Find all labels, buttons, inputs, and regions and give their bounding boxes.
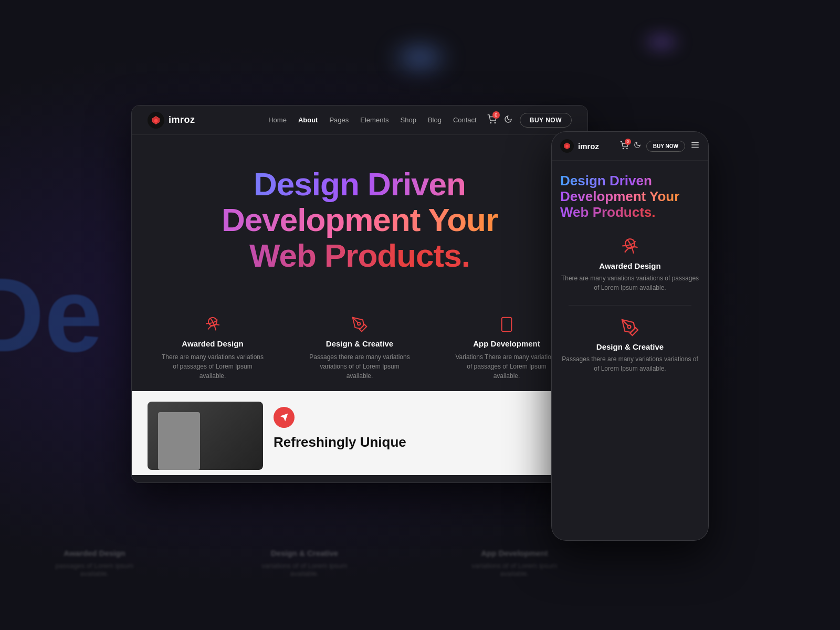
nav-pages[interactable]: Pages	[329, 116, 349, 124]
mobile-feature-1-title: Awarded Design	[560, 261, 700, 270]
desktop-nav-actions: 0 BUY NOW	[487, 113, 572, 128]
mobile-hero-line1: Design Driven	[560, 173, 700, 189]
mobile-pen-tool-icon	[560, 318, 700, 337]
mobile-hamburger-icon[interactable]	[690, 140, 700, 152]
mobile-buy-now-button[interactable]: BUY NOW	[646, 141, 685, 152]
desktop-hero-line3: Web Products.	[148, 238, 572, 274]
desktop-feature-2-desc: Passages there are many variations varia…	[307, 352, 412, 381]
desktop-feature-3-title: App Development	[454, 339, 559, 348]
person-silhouette	[158, 412, 200, 470]
mobile-theme-toggle[interactable]	[634, 141, 641, 151]
desktop-hero-line2: Development Your	[148, 202, 572, 238]
desktop-cta-title: Refreshingly Unique	[274, 434, 406, 450]
scene-container: imroz Home About Pages Elements Shop Blo…	[131, 79, 709, 551]
desktop-feature-3: App Development Variations There are man…	[454, 316, 559, 381]
desktop-bottom-cta: Refreshingly Unique	[274, 402, 406, 456]
desktop-buy-now-button[interactable]: BUY NOW	[520, 113, 572, 128]
smartphone-icon	[454, 316, 559, 333]
desktop-features-row: Awarded Design There are many variations…	[132, 300, 587, 391]
mobile-hero-line3: Web Products.	[560, 205, 700, 220]
desktop-bottom-section: Refreshingly Unique	[132, 391, 587, 475]
svg-point-0	[490, 122, 491, 123]
desktop-feature-2-title: Design & Creative	[307, 339, 412, 348]
mobile-hero-title: Design Driven Development Your Web Produ…	[560, 173, 700, 220]
mobile-mockup: imroz 0 BUY NOW	[551, 131, 709, 541]
mobile-header: imroz 0 BUY NOW	[552, 132, 708, 161]
desktop-nav: Home About Pages Elements Shop Blog Cont…	[268, 116, 477, 124]
desktop-feature-2: Design & Creative Passages there are man…	[307, 316, 412, 381]
nav-contact[interactable]: Contact	[453, 116, 477, 124]
desktop-logo-icon	[148, 112, 164, 129]
mobile-feature-2-title: Design & Creative	[560, 342, 700, 351]
svg-point-1	[495, 122, 496, 123]
nav-elements[interactable]: Elements	[360, 116, 388, 124]
background-features: Awarded Design passages of Lorem ipsum a…	[42, 549, 735, 578]
nav-blog[interactable]: Blog	[428, 116, 442, 124]
mobile-feature-2-desc: Passages there are many variations varia…	[560, 354, 700, 373]
mobile-feature-2: Design & Creative Passages there are man…	[560, 318, 700, 373]
desktop-bottom-image	[148, 402, 263, 470]
desktop-feature-1: Awarded Design There are many variations…	[160, 316, 265, 381]
desktop-feature-1-desc: There are many variations variations of …	[160, 352, 265, 381]
mobile-award-icon	[560, 237, 700, 256]
svg-rect-4	[502, 317, 512, 331]
nav-home[interactable]: Home	[268, 116, 287, 124]
desktop-header: imroz Home About Pages Elements Shop Blo…	[132, 106, 587, 135]
svg-point-8	[623, 148, 623, 149]
desktop-theme-toggle[interactable]	[504, 115, 512, 125]
svg-point-9	[627, 148, 627, 149]
mobile-feature-1: Awarded Design There are many variations…	[560, 237, 700, 292]
desktop-feature-3-desc: Variations There are many variations of …	[454, 352, 559, 381]
mobile-logo-text: imroz	[578, 142, 599, 151]
mobile-hero-line2: Development Your	[560, 189, 700, 205]
mobile-cart-badge: 0	[625, 139, 631, 145]
desktop-logo-text: imroz	[169, 114, 195, 125]
mobile-header-actions: 0 BUY NOW	[620, 140, 700, 152]
background-text: De	[0, 262, 103, 368]
cta-send-icon[interactable]	[274, 407, 295, 428]
svg-marker-7	[280, 413, 288, 421]
pen-tool-icon	[307, 316, 412, 333]
mobile-features: Awarded Design There are many variations…	[552, 229, 708, 382]
mobile-feature-1-desc: There are many variations variations of …	[560, 274, 700, 292]
desktop-hero: Design Driven Development Your Web Produ…	[132, 135, 587, 300]
desktop-mockup: imroz Home About Pages Elements Shop Blo…	[131, 105, 588, 483]
desktop-cart-badge: 0	[492, 111, 500, 119]
svg-point-14	[628, 325, 631, 328]
desktop-logo: imroz	[148, 112, 195, 129]
award-icon	[160, 316, 265, 333]
desktop-feature-1-title: Awarded Design	[160, 339, 265, 348]
mobile-cart-icon[interactable]: 0	[620, 141, 628, 151]
nav-shop[interactable]: Shop	[401, 116, 416, 124]
svg-point-3	[358, 322, 360, 325]
blue-orb-decoration	[388, 42, 452, 74]
mobile-hero: Design Driven Development Your Web Produ…	[552, 161, 708, 229]
mobile-feature-divider	[569, 305, 691, 306]
desktop-hero-title: Design Driven Development Your Web Produ…	[148, 166, 572, 274]
nav-about[interactable]: About	[298, 116, 318, 124]
purple-orb-decoration	[640, 32, 682, 52]
desktop-hero-line1: Design Driven	[148, 166, 572, 202]
desktop-cart-icon[interactable]: 0	[487, 114, 497, 126]
mobile-logo-icon	[560, 139, 574, 153]
